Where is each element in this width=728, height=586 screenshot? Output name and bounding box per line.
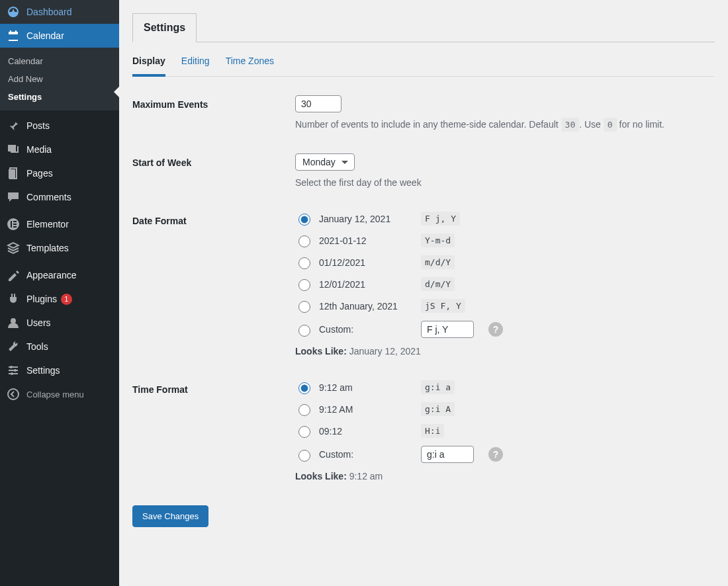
sub-tab-timezones[interactable]: Time Zones <box>226 56 274 77</box>
sidebar-item-label: Users <box>26 316 51 329</box>
sidebar-item-dashboard[interactable]: Dashboard <box>0 0 119 24</box>
dashboard-icon <box>7 5 20 19</box>
sidebar-item-label: Appearance <box>26 269 77 282</box>
collapse-menu-button[interactable]: Collapse menu <box>0 382 119 406</box>
svg-point-6 <box>11 318 16 323</box>
settings-icon <box>7 364 20 377</box>
sidebar-subitem-calendar-sub[interactable]: Calendar <box>0 52 119 70</box>
sidebar-item-users[interactable]: Users <box>0 311 119 335</box>
sidebar-subitem-add-new[interactable]: Add New <box>0 70 119 88</box>
sidebar-item-label: Calendar <box>26 29 64 42</box>
start-of-week-label: Start of Week <box>132 153 295 188</box>
time-format-custom-input[interactable] <box>421 446 474 463</box>
svg-rect-2 <box>11 221 12 228</box>
date-format-radio-df2[interactable] <box>298 235 310 247</box>
date-format-label: Date Format <box>132 212 295 356</box>
svg-rect-3 <box>13 221 17 222</box>
date-format-example: 12/01/2021 <box>319 279 405 290</box>
date-format-code: F j, Y <box>421 212 460 226</box>
svg-rect-5 <box>13 226 17 228</box>
date-format-radio-df4[interactable] <box>298 279 310 291</box>
sidebar-item-elementor[interactable]: Elementor <box>0 212 119 236</box>
users-icon <box>7 316 20 329</box>
sidebar-item-label: Plugins <box>26 292 57 306</box>
time-format-radio-custom[interactable] <box>298 450 310 462</box>
date-format-looks-like: Looks Like: January 12, 2021 <box>295 346 503 356</box>
sidebar-item-media[interactable]: Media <box>0 138 119 161</box>
svg-point-10 <box>10 366 13 368</box>
start-of-week-select[interactable]: Monday <box>295 153 355 171</box>
sidebar-item-label: Comments <box>26 190 71 204</box>
svg-point-13 <box>8 389 19 399</box>
sidebar-item-posts[interactable]: Posts <box>0 114 119 138</box>
date-format-radio-df5[interactable] <box>298 301 310 313</box>
sub-tab-display[interactable]: Display <box>132 56 165 77</box>
date-format-example: 01/12/2021 <box>319 257 405 268</box>
sidebar-item-calendar[interactable]: Calendar <box>0 24 119 48</box>
sidebar-subitem-settings-sub[interactable]: Settings <box>0 88 119 106</box>
pin-icon <box>7 119 20 132</box>
main-content: Settings Display Editing Time Zones Maxi… <box>119 0 728 586</box>
sub-tabs: Display Editing Time Zones <box>132 56 715 77</box>
date-format-custom-label: Custom: <box>319 324 405 335</box>
sidebar-item-label: Posts <box>26 119 50 132</box>
media-icon <box>7 143 20 156</box>
date-format-code: Y-m-d <box>421 233 455 247</box>
sidebar-item-wp-settings[interactable]: Settings <box>0 358 119 382</box>
sidebar-item-label: Media <box>26 143 52 156</box>
svg-point-0 <box>10 147 12 149</box>
sidebar-item-label: Elementor <box>26 218 69 231</box>
elementor-icon <box>7 218 20 231</box>
sidebar-item-label: Pages <box>26 167 53 180</box>
sidebar-item-comments[interactable]: Comments <box>0 185 119 209</box>
max-events-desc: Number of events to include in any theme… <box>295 119 664 130</box>
save-changes-button[interactable]: Save Changes <box>132 505 208 527</box>
date-format-code: m/d/Y <box>421 255 455 269</box>
time-format-radio-tf2[interactable] <box>298 404 310 416</box>
time-format-radio-tf1[interactable] <box>298 382 310 394</box>
plugin-updates-badge: 1 <box>61 294 72 305</box>
appearance-icon <box>7 269 20 282</box>
sidebar-item-label: Settings <box>26 364 60 377</box>
date-format-custom-input[interactable] <box>421 321 474 338</box>
time-format-example: 09:12 <box>319 426 405 437</box>
help-icon[interactable]: ? <box>488 447 503 462</box>
help-icon[interactable]: ? <box>488 322 503 337</box>
sidebar-item-tools[interactable]: Tools <box>0 335 119 358</box>
date-format-example: 2021-01-12 <box>319 235 405 246</box>
sidebar-item-pages[interactable]: Pages <box>0 161 119 185</box>
time-format-code: g:i a <box>421 380 455 394</box>
svg-rect-4 <box>13 224 17 225</box>
sidebar-item-appearance[interactable]: Appearance <box>0 263 119 287</box>
date-format-example: 12th January, 2021 <box>319 301 405 312</box>
templates-icon <box>7 241 20 255</box>
date-format-options: January 12, 2021F j, Y2021-01-12Y-m-d01/… <box>295 212 503 356</box>
svg-point-11 <box>14 369 17 372</box>
sub-tab-editing[interactable]: Editing <box>181 56 210 77</box>
max-events-label: Maximum Events <box>132 95 295 130</box>
sidebar-item-templates[interactable]: Templates <box>0 236 119 260</box>
date-format-code: jS F, Y <box>421 299 465 313</box>
admin-sidebar: DashboardCalendarCalendarAdd NewSettings… <box>0 0 119 586</box>
time-format-radio-tf3[interactable] <box>298 426 310 438</box>
sidebar-item-plugins[interactable]: Plugins1 <box>0 287 119 311</box>
date-format-radio-df1[interactable] <box>298 214 310 226</box>
time-format-example: 9:12 am <box>319 382 405 393</box>
sidebar-submenu-calendar: CalendarAdd NewSettings <box>0 48 119 110</box>
collapse-icon <box>7 388 20 401</box>
tab-settings[interactable]: Settings <box>132 13 197 42</box>
time-format-code: g:i A <box>421 402 455 416</box>
date-format-radio-custom[interactable] <box>298 325 310 337</box>
date-format-radio-df3[interactable] <box>298 257 310 269</box>
svg-point-12 <box>11 372 13 375</box>
time-format-code: H:i <box>421 424 444 438</box>
time-format-label: Time Format <box>132 380 295 481</box>
top-tabs: Settings <box>132 13 715 42</box>
max-events-input[interactable] <box>295 95 341 112</box>
plugins-icon <box>7 292 20 306</box>
time-format-options: 9:12 amg:i a9:12 AMg:i A09:12H:iCustom:?… <box>295 380 503 481</box>
sidebar-item-label: Templates <box>26 241 69 255</box>
tools-icon <box>7 340 20 353</box>
date-format-example: January 12, 2021 <box>319 214 405 224</box>
pages-icon <box>7 167 20 180</box>
